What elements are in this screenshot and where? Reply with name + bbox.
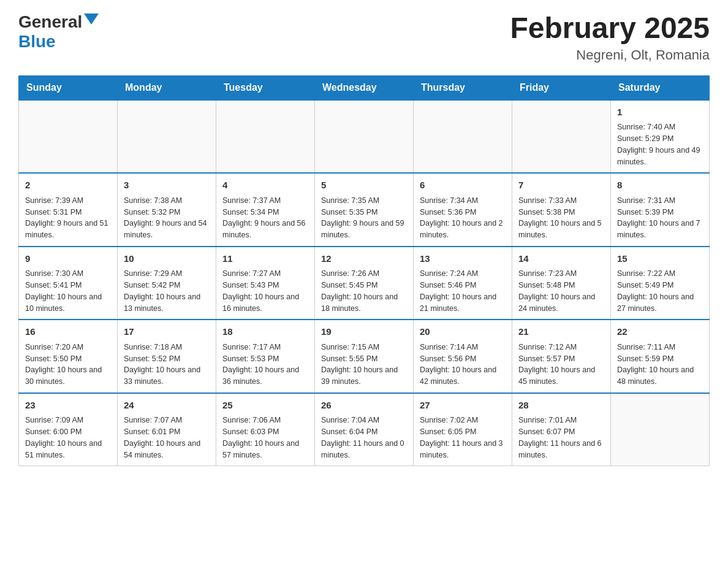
day-number: 18 (222, 325, 308, 339)
page-subtitle: Negreni, Olt, Romania (510, 47, 710, 63)
day-info: Sunrise: 7:22 AMSunset: 5:49 PMDaylight:… (617, 268, 703, 314)
day-info: Sunrise: 7:34 AMSunset: 5:36 PMDaylight:… (420, 195, 506, 241)
calendar-cell: 6Sunrise: 7:34 AMSunset: 5:36 PMDaylight… (414, 173, 512, 247)
logo: General Blue (18, 12, 99, 52)
day-info: Sunrise: 7:15 AMSunset: 5:55 PMDaylight:… (321, 342, 407, 388)
day-number: 19 (321, 325, 407, 339)
day-info: Sunrise: 7:04 AMSunset: 6:04 PMDaylight:… (321, 415, 407, 461)
day-number: 5 (321, 178, 407, 193)
day-info: Sunrise: 7:37 AMSunset: 5:34 PMDaylight:… (222, 195, 308, 241)
day-number: 4 (222, 178, 308, 193)
day-info: Sunrise: 7:07 AMSunset: 6:01 PMDaylight:… (124, 415, 210, 461)
day-info: Sunrise: 7:20 AMSunset: 5:50 PMDaylight:… (25, 342, 111, 388)
calendar-cell (118, 100, 216, 174)
calendar-cell (611, 393, 710, 466)
calendar-cell: 22Sunrise: 7:11 AMSunset: 5:59 PMDayligh… (611, 320, 710, 393)
day-number: 8 (617, 178, 703, 193)
calendar-cell: 19Sunrise: 7:15 AMSunset: 5:55 PMDayligh… (315, 320, 414, 393)
day-number: 11 (222, 252, 308, 266)
calendar-cell: 4Sunrise: 7:37 AMSunset: 5:34 PMDaylight… (216, 173, 315, 247)
day-number: 25 (222, 399, 308, 413)
day-number: 27 (420, 399, 506, 413)
day-number: 21 (518, 325, 604, 339)
logo-general-text: General (18, 12, 82, 31)
calendar-cell: 17Sunrise: 7:18 AMSunset: 5:52 PMDayligh… (118, 320, 216, 393)
day-info: Sunrise: 7:23 AMSunset: 5:48 PMDaylight:… (518, 268, 604, 314)
weekday-header-tuesday: Tuesday (216, 75, 315, 100)
calendar-cell: 24Sunrise: 7:07 AMSunset: 6:01 PMDayligh… (118, 393, 216, 466)
day-number: 26 (321, 399, 407, 413)
title-area: February 2025 Negreni, Olt, Romania (510, 12, 710, 63)
calendar-cell: 11Sunrise: 7:27 AMSunset: 5:43 PMDayligh… (216, 247, 315, 320)
calendar-cell: 23Sunrise: 7:09 AMSunset: 6:00 PMDayligh… (19, 393, 118, 466)
weekday-header-monday: Monday (118, 75, 216, 100)
page-title: February 2025 (510, 12, 710, 45)
day-number: 17 (124, 325, 210, 339)
calendar-cell (216, 100, 315, 174)
day-number: 12 (321, 252, 407, 266)
day-number: 14 (518, 252, 604, 266)
day-info: Sunrise: 7:29 AMSunset: 5:42 PMDaylight:… (124, 268, 210, 314)
day-info: Sunrise: 7:30 AMSunset: 5:41 PMDaylight:… (25, 268, 111, 314)
day-info: Sunrise: 7:06 AMSunset: 6:03 PMDaylight:… (222, 415, 308, 461)
calendar-cell: 27Sunrise: 7:02 AMSunset: 6:05 PMDayligh… (414, 393, 512, 466)
calendar-cell: 21Sunrise: 7:12 AMSunset: 5:57 PMDayligh… (512, 320, 611, 393)
calendar-cell: 1Sunrise: 7:40 AMSunset: 5:29 PMDaylight… (611, 100, 710, 174)
day-info: Sunrise: 7:12 AMSunset: 5:57 PMDaylight:… (518, 342, 604, 388)
day-info: Sunrise: 7:14 AMSunset: 5:56 PMDaylight:… (420, 342, 506, 388)
calendar-week-row: 9Sunrise: 7:30 AMSunset: 5:41 PMDaylight… (19, 247, 710, 320)
weekday-header-friday: Friday (512, 75, 611, 100)
day-info: Sunrise: 7:26 AMSunset: 5:45 PMDaylight:… (321, 268, 407, 314)
calendar-cell: 7Sunrise: 7:33 AMSunset: 5:38 PMDaylight… (512, 173, 611, 247)
calendar-cell: 26Sunrise: 7:04 AMSunset: 6:04 PMDayligh… (315, 393, 414, 466)
calendar-cell: 20Sunrise: 7:14 AMSunset: 5:56 PMDayligh… (414, 320, 512, 393)
day-info: Sunrise: 7:40 AMSunset: 5:29 PMDaylight:… (617, 121, 703, 167)
calendar-cell: 14Sunrise: 7:23 AMSunset: 5:48 PMDayligh… (512, 247, 611, 320)
day-info: Sunrise: 7:17 AMSunset: 5:53 PMDaylight:… (222, 342, 308, 388)
day-number: 1 (617, 105, 703, 120)
calendar-cell (315, 100, 414, 174)
day-info: Sunrise: 7:02 AMSunset: 6:05 PMDaylight:… (420, 415, 506, 461)
day-number: 15 (617, 252, 703, 266)
day-number: 6 (420, 178, 506, 193)
calendar-week-row: 16Sunrise: 7:20 AMSunset: 5:50 PMDayligh… (19, 320, 710, 393)
day-number: 2 (25, 178, 111, 193)
weekday-header-saturday: Saturday (611, 75, 710, 100)
day-number: 22 (617, 325, 703, 339)
day-number: 9 (25, 252, 111, 266)
calendar-cell: 15Sunrise: 7:22 AMSunset: 5:49 PMDayligh… (611, 247, 710, 320)
day-info: Sunrise: 7:39 AMSunset: 5:31 PMDaylight:… (25, 195, 111, 241)
day-number: 23 (25, 399, 111, 413)
calendar-cell: 18Sunrise: 7:17 AMSunset: 5:53 PMDayligh… (216, 320, 315, 393)
calendar-week-row: 1Sunrise: 7:40 AMSunset: 5:29 PMDaylight… (19, 100, 710, 174)
day-info: Sunrise: 7:09 AMSunset: 6:00 PMDaylight:… (25, 415, 111, 461)
weekday-header-sunday: Sunday (19, 75, 118, 100)
calendar-cell: 13Sunrise: 7:24 AMSunset: 5:46 PMDayligh… (414, 247, 512, 320)
calendar-cell: 12Sunrise: 7:26 AMSunset: 5:45 PMDayligh… (315, 247, 414, 320)
calendar-cell: 3Sunrise: 7:38 AMSunset: 5:32 PMDaylight… (118, 173, 216, 247)
day-info: Sunrise: 7:27 AMSunset: 5:43 PMDaylight:… (222, 268, 308, 314)
calendar-cell (512, 100, 611, 174)
day-info: Sunrise: 7:18 AMSunset: 5:52 PMDaylight:… (124, 342, 210, 388)
calendar-cell: 16Sunrise: 7:20 AMSunset: 5:50 PMDayligh… (19, 320, 118, 393)
calendar-cell: 9Sunrise: 7:30 AMSunset: 5:41 PMDaylight… (19, 247, 118, 320)
day-number: 13 (420, 252, 506, 266)
day-number: 3 (124, 178, 210, 193)
calendar-cell: 2Sunrise: 7:39 AMSunset: 5:31 PMDaylight… (19, 173, 118, 247)
day-number: 28 (518, 399, 604, 413)
weekday-header-thursday: Thursday (414, 75, 512, 100)
calendar-cell: 8Sunrise: 7:31 AMSunset: 5:39 PMDaylight… (611, 173, 710, 247)
day-info: Sunrise: 7:38 AMSunset: 5:32 PMDaylight:… (124, 195, 210, 241)
logo-blue-text: Blue (18, 32, 56, 51)
day-info: Sunrise: 7:24 AMSunset: 5:46 PMDaylight:… (420, 268, 506, 314)
day-number: 7 (518, 178, 604, 193)
day-info: Sunrise: 7:01 AMSunset: 6:07 PMDaylight:… (518, 415, 604, 461)
day-number: 10 (124, 252, 210, 266)
calendar-week-row: 23Sunrise: 7:09 AMSunset: 6:00 PMDayligh… (19, 393, 710, 466)
calendar-cell: 5Sunrise: 7:35 AMSunset: 5:35 PMDaylight… (315, 173, 414, 247)
page-header: General Blue February 2025 Negreni, Olt,… (18, 12, 710, 63)
calendar-cell (414, 100, 512, 174)
weekday-header-row: SundayMondayTuesdayWednesdayThursdayFrid… (19, 75, 710, 100)
day-info: Sunrise: 7:11 AMSunset: 5:59 PMDaylight:… (617, 342, 703, 388)
day-number: 24 (124, 399, 210, 413)
